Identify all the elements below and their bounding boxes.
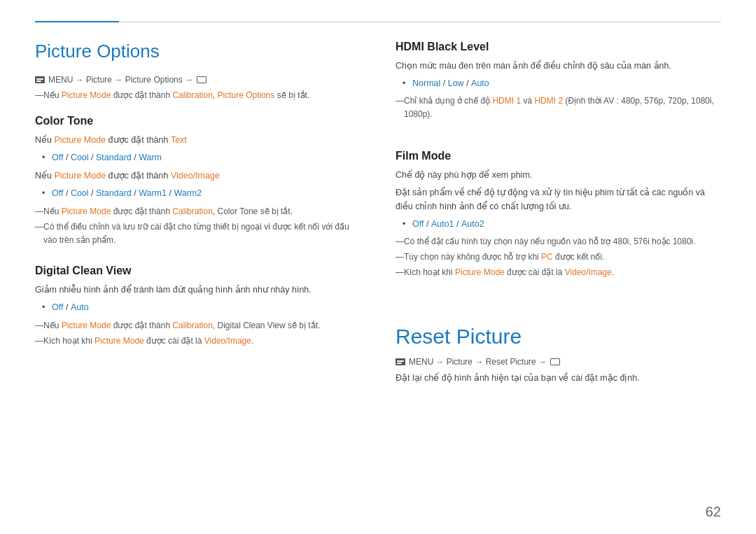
color-tone-section: Color Tone Nếu Picture Mode được đặt thà…	[35, 115, 360, 249]
reset-picture-section: Reset Picture MENU → Picture → Reset Pic…	[396, 318, 721, 388]
menu-path-text: → Picture → Picture Options →	[75, 75, 193, 85]
color-tone-note1: Nếu Picture Mode được đặt thành Text	[35, 133, 360, 147]
hdmi-title: HDMI Black Level	[396, 41, 721, 53]
menu-icon-label-reset: MENU	[409, 357, 433, 367]
video-image-value: Video/Image	[171, 171, 220, 181]
digital-clean-view-title: Digital Clean View	[35, 265, 360, 277]
page-title: Picture Options	[35, 41, 360, 62]
color-tone-note2: Nếu Picture Mode được đặt thành Video/Im…	[35, 169, 360, 183]
picture-options-highlight: Picture Options	[217, 90, 274, 100]
menu-path-reset: MENU → Picture → Reset Picture →	[396, 357, 721, 367]
film-mode-note3: Kích hoạt khi Picture Mode được cài đặt …	[396, 266, 721, 279]
top-header	[0, 21, 756, 22]
menu-icon	[35, 76, 45, 83]
film-mode-options: Off / Auto1 / Auto2	[402, 217, 721, 232]
digital-clean-view-bullet: Off / Auto	[42, 300, 360, 315]
menu-icon-reset	[396, 358, 405, 365]
digital-clean-view-desc: Giảm nhiễu hình ảnh để tránh làm đứt quả…	[35, 283, 360, 297]
color-tone-note4: Có thể điều chỉnh và lưu trữ cài đặt cho…	[35, 220, 360, 247]
page-number: 62	[706, 504, 721, 520]
picture-mode-highlight: Picture Mode	[62, 90, 111, 100]
film-mode-desc1: Chế độ này phù hợp để xem phim.	[396, 168, 721, 182]
top-divider-blue	[35, 21, 119, 22]
menu-path-picture-options: MENU → Picture → Picture Options →	[35, 75, 360, 85]
color-tone-note3: Nếu Picture Mode được đặt thành Calibrat…	[35, 205, 360, 218]
picture-mode-ref1: Picture Mode	[54, 135, 106, 145]
digital-clean-view-options: Off / Auto	[42, 300, 360, 315]
digital-clean-view-note1: Nếu Picture Mode được đặt thành Calibrat…	[35, 319, 360, 332]
film-mode-section: Film Mode Chế độ này phù hợp để xem phim…	[396, 150, 721, 282]
hdmi-options: Normal / Low / Auto	[402, 76, 721, 91]
enter-icon	[197, 76, 206, 83]
top-divider-gray	[119, 22, 721, 22]
film-mode-title: Film Mode	[396, 150, 721, 162]
hdmi-note1: Chỉ khả dụng ở chế độ HDMI 1 và HDMI 2 (…	[396, 94, 721, 121]
hdmi-desc: Chọn mức màu đen trên màn ảnh để điều ch…	[396, 59, 721, 73]
color-tone-options-text: Off / Cool / Standard / Warm	[42, 150, 360, 165]
enter-icon-reset	[550, 358, 560, 365]
film-mode-desc2: Đặt sản phẩm về chế độ tự động và xử lý …	[396, 185, 721, 213]
color-tone-bullet2: Off / Cool / Standard / Warm1 / Warm2	[42, 186, 360, 201]
film-mode-note2: Tùy chọn này không được hỗ trợ khi PC đư…	[396, 251, 721, 264]
left-column: Picture Options MENU → Picture → Picture…	[35, 41, 360, 404]
hdmi-section: HDMI Black Level Chọn mức màu đen trên m…	[396, 41, 721, 124]
reset-picture-title: Reset Picture	[396, 325, 721, 349]
film-mode-bullet: Off / Auto1 / Auto2	[402, 217, 721, 232]
menu-icon-label: MENU	[48, 75, 73, 85]
color-tone-bullet1: Off / Cool / Standard / Warm	[42, 150, 360, 165]
color-tone-title: Color Tone	[35, 115, 360, 127]
digital-clean-view-note2: Kích hoạt khi Picture Mode được cài đặt …	[35, 335, 360, 348]
menu-path-reset-text: → Picture → Reset Picture →	[435, 357, 547, 367]
reset-desc: Đặt lại chế độ hình ảnh hiện tại của bạn…	[396, 371, 721, 385]
digital-clean-view-section: Digital Clean View Giảm nhiễu hình ảnh đ…	[35, 265, 360, 350]
hdmi-bullet: Normal / Low / Auto	[402, 76, 721, 91]
calibration-highlight: Calibration	[172, 90, 212, 100]
film-mode-note1: Có thể đặt cấu hình tùy chọn này nếu ngu…	[396, 235, 721, 248]
color-tone-options-video: Off / Cool / Standard / Warm1 / Warm2	[42, 186, 360, 201]
calibration-note: Nếu Picture Mode được đặt thành Calibrat…	[35, 89, 360, 102]
right-column: HDMI Black Level Chọn mức màu đen trên m…	[396, 41, 721, 404]
text-value: Text	[171, 135, 187, 145]
picture-mode-ref2: Picture Mode	[54, 171, 106, 181]
